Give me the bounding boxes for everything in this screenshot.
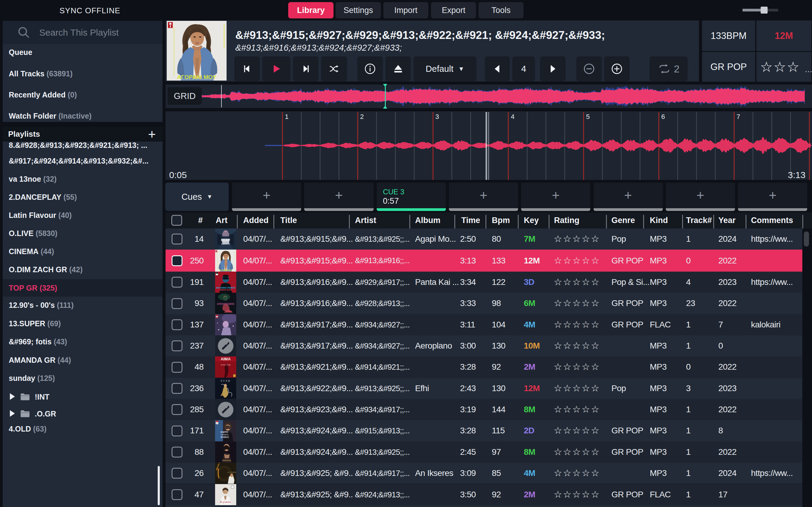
- svg-text:ΚΑΙΤΗ: ΚΑΙΤΗ: [220, 431, 228, 433]
- svg-text:1: 1: [285, 113, 289, 120]
- svg-text:7: 7: [737, 113, 740, 120]
- svg-text:ΠΑΝΤΑ ΠΟΤΕ: ΠΑΝΤΑ ΠΟΤΕ: [219, 289, 232, 291]
- svg-text:DISASTER: DISASTER: [220, 243, 232, 245]
- svg-text:ΦΟΙΒΟΣ: ΦΟΙΒΟΣ: [220, 436, 229, 439]
- svg-text:AN IKSERES: AN IKSERES: [227, 471, 236, 473]
- svg-text:ΑΓΟΡΑΚΙ ΜΟΥ: ΑΓΟΡΑΚΙ ΜΟΥ: [219, 269, 232, 271]
- svg-text:Αν μ'ακούς: Αν μ'ακούς: [220, 500, 231, 503]
- svg-text:ΑΜΑΝΔΑ: ΑΜΑΝΔΑ: [222, 459, 231, 461]
- svg-text:ΓΑΡΜΠΗ: ΓΑΡΜΠΗ: [220, 434, 229, 436]
- svg-text:ΕΥΧΗ: ΕΥΧΗ: [221, 379, 231, 382]
- svg-text:6: 6: [661, 113, 665, 120]
- svg-text:2: 2: [360, 113, 364, 120]
- svg-text:3: 3: [435, 113, 439, 120]
- svg-text:4: 4: [511, 113, 514, 120]
- svg-text:5: 5: [586, 113, 590, 120]
- svg-text:AIMA: AIMA: [220, 357, 231, 361]
- svg-text:ANNA VISSI: ANNA VISSI: [220, 364, 231, 366]
- svg-text:ΑΠΟΧΡΩΣΕΙΣ: ΑΠΟΧΡΩΣΕΙΣ: [217, 302, 235, 305]
- svg-text:AGAPI: AGAPI: [220, 238, 231, 242]
- svg-text:ΑΝΤΩΝΗΣ ΡΕΜΟΣ: ΑΝΤΩΝΗΣ ΡΕΜΟΣ: [216, 286, 236, 289]
